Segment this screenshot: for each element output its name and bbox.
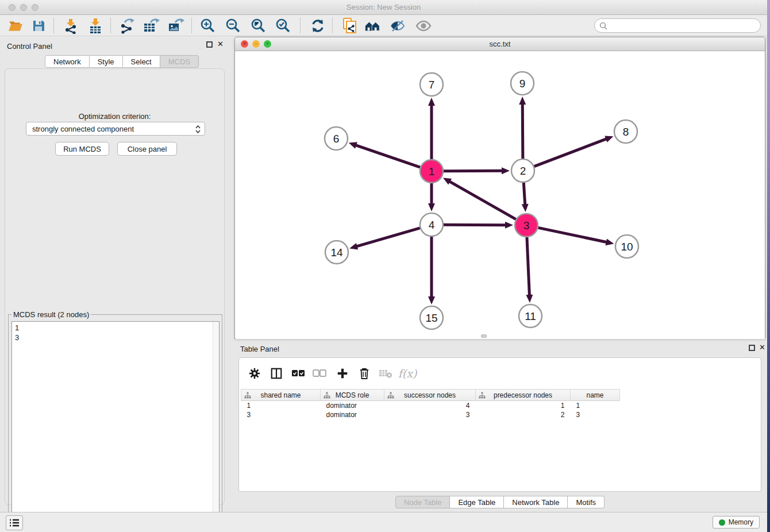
tab-network-table[interactable]: Network Table bbox=[504, 496, 568, 508]
node-label-9: 9 bbox=[519, 78, 526, 90]
function-builder-icon[interactable]: f(x) bbox=[399, 365, 416, 382]
result-line: 3 bbox=[15, 333, 219, 342]
column-flow-icon bbox=[387, 392, 394, 400]
edge-arrowhead bbox=[349, 142, 357, 148]
cell-MCDS-role[interactable]: dominator bbox=[321, 410, 384, 419]
table-panel-tabs: Node TableEdge TableNetwork TableMotifs bbox=[234, 496, 765, 508]
node-label-1: 1 bbox=[429, 165, 435, 178]
document-share-icon[interactable] bbox=[341, 17, 359, 34]
edge-2-3[interactable] bbox=[523, 183, 525, 205]
import-table-icon[interactable] bbox=[87, 17, 104, 34]
open-session-icon[interactable] bbox=[7, 17, 24, 34]
double-house-icon[interactable] bbox=[364, 17, 382, 34]
column-header-successor-nodes[interactable]: successor nodes bbox=[384, 390, 476, 401]
edge-1-6[interactable] bbox=[355, 145, 420, 167]
toolbar-separator bbox=[53, 18, 54, 33]
edge-4-14[interactable] bbox=[356, 228, 420, 246]
eye-slash-icon[interactable] bbox=[389, 17, 406, 34]
network-canvas[interactable]: 7968124314101511 bbox=[236, 52, 765, 339]
float-table-panel-icon[interactable] bbox=[748, 344, 756, 352]
table-panel-title: Table Panel bbox=[240, 345, 279, 353]
deselect-all-icon[interactable] bbox=[311, 365, 328, 382]
tab-network[interactable]: Network bbox=[45, 55, 90, 68]
task-history-button[interactable] bbox=[6, 515, 23, 530]
select-all-icon[interactable] bbox=[290, 365, 307, 382]
toolbar-separator bbox=[332, 18, 333, 33]
network-window-title-bar[interactable]: ✕ − + scc.txt bbox=[235, 37, 765, 51]
status-bar: Memory bbox=[0, 512, 767, 532]
cell-name[interactable]: 3 bbox=[571, 410, 620, 419]
edge-4-3[interactable] bbox=[444, 225, 506, 225]
toolbar-separator bbox=[110, 18, 111, 33]
canvas-scroll-thumb[interactable] bbox=[481, 334, 487, 338]
cell-successor-nodes[interactable]: 4 bbox=[384, 401, 476, 410]
cell-successor-nodes[interactable]: 3 bbox=[384, 410, 476, 419]
close-table-panel-icon[interactable]: ✕ bbox=[759, 344, 766, 351]
network-view-window: ✕ − + scc.txt 7968124314101511 bbox=[234, 37, 765, 339]
close-panel-icon[interactable]: ✕ bbox=[217, 40, 224, 48]
node-label-3: 3 bbox=[523, 219, 530, 232]
column-header-shared-name[interactable]: shared name bbox=[241, 390, 321, 401]
tab-select[interactable]: Select bbox=[123, 55, 160, 68]
cell-predecessor-nodes[interactable]: 1 bbox=[476, 401, 571, 410]
edge-3-11[interactable] bbox=[527, 237, 530, 296]
search-input[interactable] bbox=[610, 21, 760, 30]
column-header-predecessor-nodes[interactable]: predecessor nodes bbox=[476, 390, 571, 401]
column-header-MCDS-role[interactable]: MCDS role bbox=[321, 390, 384, 401]
criterion-select[interactable]: strongly connected component bbox=[26, 122, 205, 136]
zoom-fit-icon[interactable] bbox=[250, 17, 267, 34]
edge-arrowhead bbox=[502, 167, 510, 174]
settings-gear-icon[interactable] bbox=[246, 365, 263, 382]
cell-predecessor-nodes[interactable]: 2 bbox=[476, 410, 571, 419]
edge-3-10[interactable] bbox=[538, 228, 607, 242]
control-panel: Control Panel ✕ NetworkStyleSelectMCDS O… bbox=[0, 36, 230, 512]
tab-style[interactable]: Style bbox=[90, 55, 123, 68]
cell-shared-name[interactable]: 1 bbox=[241, 401, 321, 410]
edge-3-1[interactable] bbox=[449, 181, 515, 219]
node-label-10: 10 bbox=[621, 241, 633, 253]
cell-shared-name[interactable]: 3 bbox=[241, 410, 321, 419]
add-column-icon[interactable] bbox=[334, 365, 351, 382]
zoom-selected-icon[interactable] bbox=[275, 17, 292, 34]
export-image-icon[interactable] bbox=[167, 17, 184, 34]
tab-node-table[interactable]: Node Table bbox=[395, 496, 451, 508]
delete-table-icon[interactable] bbox=[377, 365, 394, 382]
column-flow-icon bbox=[324, 392, 330, 400]
refresh-icon[interactable] bbox=[309, 17, 326, 34]
column-header-label: MCDS role bbox=[336, 391, 369, 399]
eye-icon[interactable] bbox=[415, 17, 432, 34]
export-table-icon[interactable] bbox=[143, 17, 160, 34]
tab-edge-table[interactable]: Edge Table bbox=[450, 496, 504, 508]
table-row[interactable]: 1dominator411 bbox=[241, 401, 620, 410]
run-mcds-button[interactable]: Run MCDS bbox=[55, 142, 109, 156]
column-header-name[interactable]: name bbox=[571, 390, 620, 401]
table-row[interactable]: 3dominator323 bbox=[241, 410, 620, 419]
edge-2-8[interactable] bbox=[534, 138, 607, 166]
search-field[interactable] bbox=[594, 18, 761, 33]
edge-arrowhead bbox=[428, 98, 435, 106]
zoom-in-icon[interactable] bbox=[199, 17, 217, 34]
toolbar-separator bbox=[300, 18, 301, 33]
split-columns-icon[interactable] bbox=[268, 365, 285, 382]
save-session-icon[interactable] bbox=[30, 17, 47, 34]
column-header-label: name bbox=[586, 391, 603, 399]
tab-mcds[interactable]: MCDS bbox=[160, 55, 199, 68]
export-network-icon[interactable] bbox=[118, 17, 136, 34]
cell-MCDS-role[interactable]: dominator bbox=[321, 401, 384, 410]
cell-name[interactable]: 1 bbox=[571, 401, 620, 410]
select-stepper-icon bbox=[195, 124, 201, 136]
edge-arrowhead bbox=[605, 136, 613, 142]
import-network-icon[interactable] bbox=[62, 17, 79, 34]
delete-column-icon[interactable] bbox=[356, 365, 373, 382]
close-panel-button[interactable]: Close panel bbox=[117, 142, 177, 156]
result-scrollbar[interactable] bbox=[213, 322, 219, 528]
float-panel-icon[interactable] bbox=[206, 41, 213, 48]
mcds-result-text[interactable]: 13 bbox=[11, 321, 220, 529]
session-title: Session: New Session bbox=[0, 3, 767, 11]
zoom-out-icon[interactable] bbox=[225, 17, 242, 34]
edge-1-2[interactable] bbox=[444, 171, 503, 171]
memory-button[interactable]: Memory bbox=[713, 516, 760, 529]
edge-2-9[interactable] bbox=[522, 103, 523, 159]
tab-motifs[interactable]: Motifs bbox=[568, 496, 605, 508]
column-flow-icon bbox=[244, 392, 251, 400]
